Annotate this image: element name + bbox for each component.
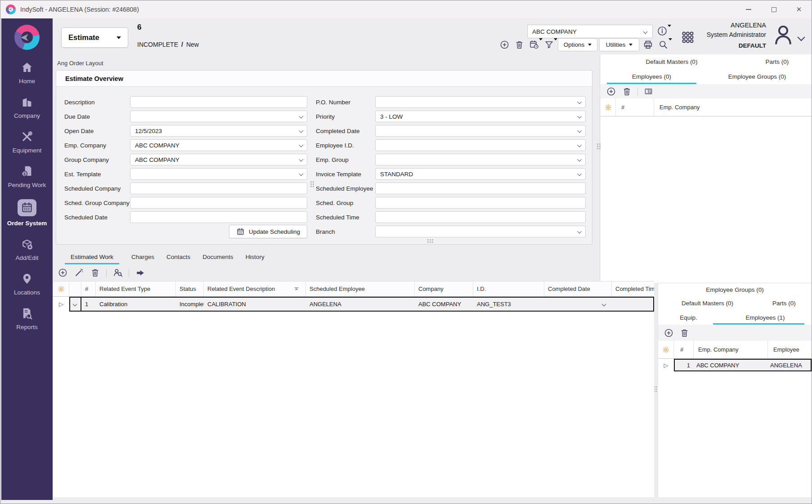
column-header[interactable]: Completed Date bbox=[544, 281, 612, 296]
field-label: Scheduled Company bbox=[64, 185, 130, 192]
tab-estimated-work[interactable]: Estimated Work bbox=[65, 254, 119, 264]
move-forward-button[interactable] bbox=[135, 268, 145, 278]
sched-group-company-input[interactable] bbox=[130, 197, 307, 209]
filter-button[interactable] bbox=[543, 39, 554, 50]
tab-parts[interactable]: Parts (0) bbox=[757, 296, 812, 310]
indysoft-logo-icon: ➤ bbox=[14, 25, 40, 50]
sidebar-item-order-system[interactable]: Order System bbox=[7, 199, 47, 227]
tab-parts[interactable]: Parts (0) bbox=[743, 58, 812, 65]
company-filter-select[interactable]: ABC COMPANY bbox=[527, 25, 653, 38]
sidebar-item-company[interactable]: Company bbox=[14, 95, 40, 119]
utilities-button[interactable]: Utilities bbox=[599, 38, 639, 51]
description-input[interactable] bbox=[130, 96, 307, 108]
maximize-button[interactable] bbox=[761, 0, 786, 18]
employee-id-select[interactable] bbox=[375, 139, 586, 151]
est-template-select[interactable] bbox=[130, 168, 307, 180]
find-employee-button[interactable] bbox=[112, 268, 123, 278]
tab-default-masters[interactable]: Default Masters (0) bbox=[601, 58, 743, 65]
tab-equip[interactable]: Equip. bbox=[658, 310, 719, 325]
open-date-select[interactable]: 12/5/2023 bbox=[130, 125, 307, 137]
layout-label: Ang Order Layout bbox=[57, 60, 103, 67]
table-row[interactable]: ▷ 1 ABC COMPANY ANGELENA bbox=[658, 359, 812, 371]
info-button[interactable] bbox=[656, 25, 668, 37]
column-header[interactable]: Scheduled Employee bbox=[306, 281, 415, 296]
auto-generate-button[interactable] bbox=[74, 268, 84, 278]
toolbar-separator bbox=[129, 269, 129, 277]
record-type-dropdown[interactable]: Estimate bbox=[61, 27, 128, 48]
scheduled-employee-input[interactable] bbox=[375, 183, 586, 194]
auto-filter-sun-icon[interactable] bbox=[57, 285, 66, 294]
column-header[interactable]: # bbox=[616, 98, 654, 116]
completed-date-select[interactable] bbox=[375, 125, 586, 137]
tab-employees[interactable]: Employees (0) bbox=[601, 69, 703, 84]
add-work-item-button[interactable] bbox=[58, 268, 68, 278]
tab-charges[interactable]: Charges bbox=[131, 254, 154, 264]
cell-completed-date[interactable] bbox=[544, 297, 612, 312]
search-button[interactable] bbox=[657, 39, 669, 50]
tab-employee-groups[interactable]: Employee Groups (0) bbox=[706, 286, 763, 293]
column-header[interactable]: Related Event Description bbox=[204, 281, 306, 296]
vertical-splitter-grip[interactable] bbox=[597, 143, 598, 145]
schedule-button[interactable] bbox=[529, 39, 539, 50]
work-tabs: Estimated Work Charges Contacts Document… bbox=[53, 248, 654, 264]
column-splitter-grip[interactable] bbox=[310, 181, 312, 183]
record-state: New bbox=[186, 41, 199, 48]
tab-contacts[interactable]: Contacts bbox=[166, 254, 190, 264]
column-header[interactable]: Emp. Company bbox=[654, 98, 812, 116]
delete-detail-employee-button[interactable] bbox=[679, 328, 690, 338]
update-scheduling-button[interactable]: Update Scheduling bbox=[229, 225, 307, 238]
options-button[interactable]: Options bbox=[558, 38, 597, 51]
scheduled-company-input[interactable] bbox=[130, 183, 307, 194]
row-chevron-icon[interactable] bbox=[73, 302, 77, 307]
branch-select[interactable] bbox=[375, 226, 586, 237]
column-header[interactable]: Emp. Company bbox=[694, 341, 768, 358]
minimize-button[interactable] bbox=[736, 0, 761, 18]
auto-filter-sun-icon[interactable] bbox=[604, 103, 613, 112]
avatar[interactable] bbox=[771, 22, 796, 48]
scheduled-date-input[interactable] bbox=[130, 211, 307, 223]
po-number-select[interactable] bbox=[375, 96, 586, 108]
priority-select[interactable]: 3 - LOW bbox=[375, 111, 586, 122]
print-button[interactable] bbox=[642, 39, 654, 50]
add-record-button[interactable] bbox=[499, 39, 510, 50]
sidebar-item-home[interactable]: Home bbox=[19, 61, 35, 85]
invoice-template-select[interactable]: STANDARD bbox=[375, 168, 586, 180]
due-date-select[interactable] bbox=[130, 111, 307, 122]
column-header[interactable]: Employee bbox=[768, 341, 812, 358]
sidebar-item-equipment[interactable]: Equipment bbox=[13, 130, 42, 154]
emp-group-select[interactable] bbox=[375, 154, 586, 165]
card-view-button[interactable] bbox=[643, 86, 654, 97]
sidebar-item-reports[interactable]: Reports bbox=[16, 307, 37, 330]
delete-work-item-button[interactable] bbox=[90, 268, 100, 278]
tab-history[interactable]: History bbox=[246, 254, 265, 264]
close-button[interactable]: ✕ bbox=[786, 0, 812, 18]
column-header[interactable]: Status bbox=[176, 281, 204, 296]
column-header[interactable]: # bbox=[81, 281, 96, 296]
column-header[interactable]: # bbox=[674, 341, 694, 358]
add-detail-employee-button[interactable] bbox=[664, 328, 674, 338]
column-header[interactable]: I.D. bbox=[473, 281, 544, 296]
tab-default-masters[interactable]: Default Masters (0) bbox=[658, 296, 757, 310]
add-employee-button[interactable] bbox=[606, 86, 616, 97]
tab-documents[interactable]: Documents bbox=[202, 254, 233, 264]
sidebar-item-locations[interactable]: Locations bbox=[14, 272, 40, 296]
user-menu-chevron-icon[interactable] bbox=[798, 34, 805, 41]
sched-group-input[interactable] bbox=[375, 197, 586, 209]
column-header[interactable]: Company bbox=[415, 281, 473, 296]
row-expand-icon[interactable]: ▷ bbox=[664, 362, 668, 369]
delete-employee-button[interactable] bbox=[622, 86, 632, 97]
group-company-select[interactable]: ABC COMPANY bbox=[130, 154, 307, 165]
table-row[interactable]: ▷ 1 Calibration Incomplete CALIBRATION A… bbox=[53, 297, 654, 312]
emp-company-select[interactable]: ABC COMPANY bbox=[130, 139, 307, 151]
auto-filter-sun-icon[interactable] bbox=[661, 345, 670, 354]
column-header[interactable]: Completed Time bbox=[612, 281, 654, 296]
delete-record-button[interactable] bbox=[514, 39, 525, 50]
row-expand-icon[interactable]: ▷ bbox=[59, 301, 63, 308]
tab-employees[interactable]: Employees (1) bbox=[719, 310, 812, 325]
tab-employee-groups[interactable]: Employee Groups (0) bbox=[703, 69, 812, 84]
scheduled-time-input[interactable] bbox=[375, 211, 586, 223]
column-header[interactable]: Related Event Type bbox=[96, 281, 176, 296]
sidebar-item-add-edit[interactable]: Add/Edit bbox=[15, 237, 38, 261]
sidebar-item-pending-work[interactable]: Pending Work bbox=[8, 165, 46, 188]
horizontal-splitter-grip[interactable] bbox=[427, 239, 429, 241]
